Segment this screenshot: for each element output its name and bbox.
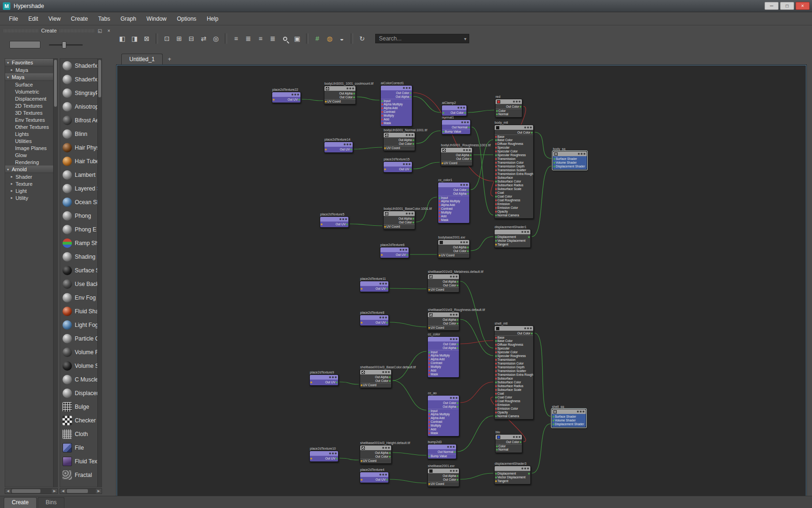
tab-untitled-1[interactable]: Untitled_1 (121, 54, 163, 65)
panel-drag-handle[interactable] (60, 29, 94, 32)
node-type-particle-cloud[interactable]: Particle Cloud (60, 332, 97, 345)
icon-size-slider[interactable] (49, 44, 83, 46)
input-port[interactable] (553, 166, 555, 167)
input-port[interactable] (495, 143, 497, 145)
connection-wire[interactable] (357, 97, 379, 100)
graph-node-shellbase001lvl3-metalness-default-tif[interactable]: shellbase001lvl3_Metalness.default.tifOu… (427, 274, 459, 293)
clear-graph-icon[interactable]: ⊠ (141, 33, 152, 44)
input-port[interactable] (495, 177, 497, 179)
input-port[interactable] (273, 99, 275, 101)
connection-wire[interactable] (535, 132, 552, 159)
graph-materials-icon[interactable]: ⊡ (161, 33, 173, 44)
input-port[interactable] (428, 421, 430, 423)
add-tab-button[interactable]: + (164, 54, 175, 65)
menu-create[interactable]: Create (66, 12, 93, 25)
node-type-bifrost-aero-material[interactable]: Bifrost Aero Material (60, 113, 97, 127)
connection-wire[interactable] (393, 452, 426, 455)
graph-node-bodylths001-1001-coolmount-tif[interactable]: bodyLthS001_1001_coolmount.tifOut AlphaO… (324, 86, 356, 104)
output-port[interactable] (350, 149, 352, 151)
graph-node-shellbase001lvl3-height-default-tif[interactable]: shellbase001lvl3_Height.default.tifOut A… (360, 445, 392, 464)
connection-wire[interactable] (350, 224, 382, 226)
input-port[interactable] (495, 480, 497, 482)
output-port[interactable] (467, 246, 469, 248)
input-port[interactable] (428, 455, 430, 457)
graph-node-cc-color1[interactable]: cc_color1Out ColorOut AlphaInputAlpha Mu… (438, 182, 470, 223)
node-type-fluid-shape[interactable]: Fluid Shape (60, 304, 97, 318)
connection-wire[interactable] (390, 322, 426, 327)
graph-node-shellbase001lvl3-basecolor-default-tif[interactable]: shellbase001lvl3_BaseColor.default.tifOu… (360, 369, 392, 388)
show-next-graph-icon[interactable]: ◨ (129, 33, 140, 44)
input-port[interactable] (439, 219, 441, 221)
input-port[interactable] (428, 370, 430, 372)
input-port[interactable] (428, 425, 430, 427)
tree-item-rendering[interactable]: Rendering (5, 159, 53, 166)
node-type-bulge[interactable]: Bulge (60, 400, 97, 413)
graph-node-body-mtl[interactable]: body_mtlOut ColorBaseBase ColorDiffuse R… (494, 125, 534, 219)
connection-wire[interactable] (413, 96, 441, 112)
output-port[interactable] (457, 343, 458, 345)
scroll-left-icon[interactable]: ◀ (5, 489, 11, 493)
node-type-use-background[interactable]: Use Background (60, 277, 97, 291)
input-port[interactable] (495, 199, 497, 201)
node-type-hair-physical-shader[interactable]: Hair Physical Shader (60, 141, 97, 154)
menu-options[interactable]: Options (172, 12, 201, 25)
input-port[interactable] (495, 169, 497, 171)
input-port[interactable] (428, 483, 430, 485)
input-port[interactable] (381, 254, 383, 256)
input-port[interactable] (495, 154, 497, 156)
bottom-tab-bins[interactable]: Bins (38, 497, 64, 508)
node-type-lambert[interactable]: Lambert (60, 168, 97, 182)
graph-node-aicolorcorrect1[interactable]: aiColorCorrect1Out ColorOut AlphaInputAl… (380, 85, 412, 127)
input-port[interactable] (495, 136, 497, 138)
output-port[interactable] (467, 250, 469, 252)
tree-item-texture[interactable]: ▸Texture (5, 180, 53, 187)
graph-node-place2dtexture4[interactable]: place2dTexture4Out UV (360, 472, 389, 483)
output-port[interactable] (353, 96, 355, 98)
input-port[interactable] (310, 381, 312, 383)
output-port[interactable] (457, 285, 458, 286)
input-port[interactable] (310, 458, 312, 460)
node-type-layered-shader[interactable]: Layered Shader (60, 182, 97, 195)
output-port[interactable] (470, 154, 472, 156)
output-port[interactable] (406, 254, 408, 256)
input-port[interactable] (381, 107, 383, 109)
output-port[interactable] (531, 333, 533, 334)
input-port[interactable] (495, 207, 497, 209)
node-type-light-fog[interactable]: Light Fog (60, 318, 97, 332)
input-port[interactable] (439, 208, 441, 210)
slider-handle[interactable] (62, 41, 66, 48)
menu-file[interactable]: File (4, 12, 23, 25)
input-port[interactable] (384, 226, 386, 228)
output-port[interactable] (412, 218, 414, 220)
search-dropdown-icon[interactable]: ▾ (464, 36, 466, 41)
input-port[interactable] (495, 181, 497, 183)
type-horizontal-scrollbar[interactable]: ◀ ▶ (60, 488, 102, 494)
graph-node-bodylths001-normal-1001-tif[interactable]: bodyLthS001_Normal.1001.tifOut AlphaOut … (383, 132, 415, 151)
output-port[interactable] (520, 441, 521, 443)
tree-item-maya[interactable]: ▾Maya (5, 73, 53, 81)
input-port[interactable] (495, 385, 497, 387)
input-port[interactable] (552, 423, 554, 425)
node-type-shaderfxshader[interactable]: ShaderfxShader (60, 72, 97, 86)
connection-wire[interactable] (390, 479, 426, 483)
connection-wire[interactable] (460, 319, 493, 356)
output-port[interactable] (410, 96, 411, 98)
output-port[interactable] (528, 473, 530, 475)
output-port[interactable] (454, 451, 456, 453)
align-vertical-icon[interactable]: ≣ (243, 33, 254, 44)
input-port[interactable] (381, 119, 383, 120)
input-port[interactable] (381, 100, 383, 102)
input-port[interactable] (495, 196, 497, 198)
input-port[interactable] (428, 417, 430, 419)
connection-wire[interactable] (339, 458, 359, 460)
output-port[interactable] (386, 479, 388, 481)
scroll-left-icon[interactable]: ◀ (60, 489, 66, 493)
input-port[interactable] (495, 236, 497, 238)
distribute-horizontal-icon[interactable]: ≡ (255, 33, 266, 44)
output-port[interactable] (464, 112, 466, 114)
tree-item-utility[interactable]: ▸Utility (5, 194, 53, 201)
graph-node-cc-ao[interactable]: cc_aoOut ColorOut AlphaInputAlpha Multip… (427, 395, 459, 437)
node-type-checker[interactable]: Checker (60, 413, 97, 427)
search-input[interactable] (378, 35, 464, 42)
input-port[interactable] (428, 355, 430, 357)
